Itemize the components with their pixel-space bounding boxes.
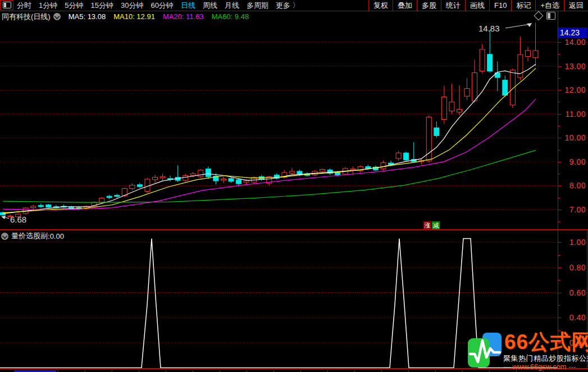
ma-line-ma5 <box>3 64 536 214</box>
candle-down <box>206 169 211 177</box>
ma-value-label: MA10: 12.91 <box>113 12 155 21</box>
timeframe-item[interactable]: 日线 <box>181 1 195 11</box>
price-axis-line <box>558 11 558 369</box>
candle-up <box>289 171 294 173</box>
axis-tick <box>558 66 562 67</box>
axis-tick <box>558 198 560 198</box>
candle-down <box>236 180 241 184</box>
timeframe-item[interactable]: 更多 〉 <box>276 1 300 11</box>
axis-tick <box>558 317 562 318</box>
axis-tick <box>558 42 562 43</box>
axis-tick <box>558 255 560 256</box>
tool-menu-item[interactable]: 返回 <box>564 0 588 11</box>
axis-tick <box>558 174 560 174</box>
candle-down <box>229 179 234 182</box>
tool-menu-item[interactable]: F10 <box>489 0 511 11</box>
candle-down <box>137 185 142 187</box>
timeframe-item[interactable]: 多周期 <box>247 1 268 11</box>
candle-up <box>381 163 386 169</box>
timeframe-item[interactable]: 60分钟 <box>151 1 173 11</box>
timeframe-item[interactable]: 5分钟 <box>65 1 83 11</box>
candle-up <box>510 70 515 105</box>
symbol-title: 同有科技(日线) <box>2 12 51 22</box>
ma-line-ma10 <box>3 68 536 213</box>
timeframe-item[interactable]: 周线 <box>203 1 217 11</box>
split-window-icon[interactable] <box>546 12 555 20</box>
candle-down <box>335 173 340 175</box>
svg-text:14.83: 14.83 <box>478 24 500 33</box>
axis-label: 9.00 <box>559 157 586 166</box>
axis-tick <box>558 242 562 243</box>
axis-label: 13.00 <box>559 62 586 71</box>
candle-up <box>472 72 477 101</box>
layout-toggle-button[interactable] <box>0 0 13 10</box>
timeframe-item[interactable]: 30分钟 <box>121 1 143 11</box>
axis-label: 0.40 <box>559 313 586 322</box>
axis-label: 14.00 <box>559 38 586 47</box>
timeframe-item[interactable]: 分时 <box>17 1 31 11</box>
candle-down <box>107 196 112 198</box>
zhang-button[interactable]: 涨 <box>423 221 431 229</box>
candle-up <box>480 49 485 71</box>
tool-menu-item[interactable]: 画线 <box>465 0 489 11</box>
candle-up <box>145 179 150 192</box>
zhang-jian-buttons: 涨 减 <box>423 221 440 229</box>
tool-menu-item[interactable]: +自选 <box>535 0 564 11</box>
axis-tick <box>558 267 562 268</box>
candle-down <box>487 55 493 71</box>
high-annotation: 14.83 <box>478 23 532 33</box>
axis-label: 1.00 <box>559 238 586 247</box>
timeframe-menu: 分时1分钟5分钟15分钟30分钟60分钟日线周线月线多周期更多 〉 <box>17 0 300 11</box>
candle-up <box>221 179 226 181</box>
axis-tick <box>558 78 560 79</box>
candle-down <box>404 153 409 160</box>
candle-up <box>449 102 454 111</box>
axis-label: 10.00 <box>559 133 586 142</box>
candle-down <box>434 128 439 135</box>
title-bar-icons <box>535 12 555 20</box>
candle-up <box>99 198 104 203</box>
window-layout-icon <box>3 2 11 8</box>
axis-tick <box>558 54 560 55</box>
axis-tick <box>558 305 560 306</box>
tool-menu-item[interactable]: 多股 <box>417 0 441 11</box>
candle-up <box>183 176 188 181</box>
watermark: 66公式网 聚集热门精品炒股指标公式 --- www.66gsw.com --- <box>467 329 587 371</box>
timeframe-item[interactable]: 1分钟 <box>39 1 57 11</box>
last-price-tag: 14.23 <box>558 28 587 38</box>
candle-up <box>457 110 462 112</box>
axis-tick <box>558 90 562 90</box>
tool-menu-item[interactable]: 复权 <box>368 0 393 11</box>
watermark-url: --- www.66gsw.com --- <box>503 362 576 371</box>
tool-menu: 复权叠加多股统计画线F10标记+自选返回 <box>368 0 588 11</box>
ma-value-label: MA5: 13.08 <box>69 12 106 21</box>
candle-up <box>441 97 446 119</box>
candle-up <box>525 51 530 57</box>
diamond-tool-icon[interactable] <box>534 11 544 21</box>
axis-tick <box>558 210 562 210</box>
timeframe-item[interactable]: 月线 <box>225 1 239 11</box>
tool-menu-item[interactable]: 统计 <box>441 0 465 11</box>
axis-tick <box>558 126 560 126</box>
watermark-brand: 66公式网 <box>504 328 588 356</box>
candle-up <box>518 55 523 78</box>
chevron-down-icon[interactable] <box>53 13 61 20</box>
ma-value-label: MA60: 9.48 <box>212 12 249 21</box>
top-menu-bar: 分时1分钟5分钟15分钟30分钟60分钟日线周线月线多周期更多 〉 复权叠加多股… <box>0 0 588 11</box>
timeframe-item[interactable]: 15分钟 <box>90 1 113 11</box>
candle-up <box>190 174 195 175</box>
axis-label: 12.00 <box>559 85 586 94</box>
svg-text:6.68: 6.68 <box>10 215 26 224</box>
tool-menu-item[interactable]: 标记 <box>511 0 535 11</box>
main-chart-canvas[interactable]: 14.836.68 <box>0 22 558 229</box>
candle-down <box>69 207 74 208</box>
axis-label: 7.00 <box>559 205 586 214</box>
axis-label: 8.00 <box>559 181 586 190</box>
candle-up <box>396 153 401 158</box>
tool-menu-item[interactable]: 叠加 <box>393 0 417 11</box>
candle-up <box>198 170 203 176</box>
axis-tick <box>558 185 562 186</box>
candle-up <box>533 51 538 58</box>
ma-value-labels: MA5: 13.08MA10: 12.91MA20: 11.63MA60: 9.… <box>61 12 249 21</box>
jian-button[interactable]: 减 <box>432 221 440 229</box>
